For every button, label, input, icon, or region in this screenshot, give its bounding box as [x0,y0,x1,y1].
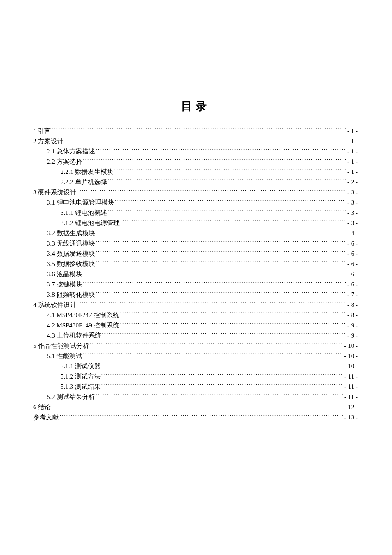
toc-entry-text: 3.5 数据接收模块 [47,259,95,269]
toc-leader-dots [108,178,346,184]
toc-entry-text: 3.1.1 锂电池概述 [61,208,107,218]
toc-entry: 4.3 上位机软件系统- 9 - [33,330,358,341]
toc-entry: 6 结论- 12 - [33,402,358,412]
toc-leader-dots [83,270,347,276]
toc-page-number: - 11 - [344,392,358,402]
toc-page-number: - 1 - [347,156,358,167]
toc-page-number: - 3 - [347,197,358,208]
toc-entry: 4 系统软件设计- 8 - [33,300,358,310]
toc-entry: 参考文献- 13 - [33,412,358,422]
toc-entry-text: 2.1 总体方案描述 [47,146,95,156]
toc-leader-dots [108,208,346,215]
toc-entry-text: 2.2 方案选择 [47,156,82,167]
toc-entry-text: 5.1.2 测试方法 [61,371,101,382]
toc-leader-dots [52,127,346,133]
toc-entry: 3.1.1 锂电池概述- 3 - [33,208,358,218]
toc-page-number: - 13 - [344,412,358,422]
toc-entry: 2.2.1 数据发生模块- 1 - [33,167,358,177]
toc-leader-dots [96,290,347,297]
toc-leader-dots [64,137,346,143]
toc-leader-dots [96,249,347,256]
toc-page-number: - 3 - [347,187,358,197]
toc-leader-dots [121,219,346,225]
toc-entry: 5.1.2 测试方法- 11 - [33,371,358,382]
toc-entry-text: 参考文献 [33,412,59,422]
toc-entry: 3 硬件系统设计- 3 - [33,187,358,197]
toc-leader-dots [96,393,344,399]
toc-leader-dots [96,239,347,246]
toc-entry-text: 3.6 液晶模块 [47,269,82,279]
toc-entry-text: 3.2 数据生成模块 [47,228,95,238]
toc-page-number: - 7 - [347,289,358,300]
toc-entry-text: 5 作品性能测试分析 [33,341,89,351]
toc-entry: 3.8 阻频转化模块- 7 - [33,289,358,300]
toc-leader-dots [83,280,347,286]
toc-page-number: - 1 - [347,126,358,136]
toc-entry-text: 3.4 数据发送模块 [47,249,95,259]
toc-leader-dots [114,168,346,174]
toc-entry-text: 5.1.3 测试结果 [61,382,101,392]
toc-entry: 5 作品性能测试分析- 10 - [33,341,358,351]
toc-entry-text: 5.2 测试结果分析 [47,392,95,402]
toc-leader-dots [77,188,346,194]
toc-entry-text: 3.7 按键模块 [47,279,82,289]
toc-page-number: - 6 - [347,269,358,279]
toc-entry-text: 3.1 锂电池电源管理模块 [47,197,114,208]
toc-page-number: - 10 - [344,341,358,351]
toc-leader-dots [96,260,347,266]
toc-leader-dots [60,413,343,419]
toc-entry: 3.2 数据生成模块- 4 - [33,228,358,238]
toc-title: 目录 [33,99,358,114]
toc-page-number: - 6 - [347,259,358,269]
toc-entry-text: 3.8 阻频转化模块 [47,289,95,300]
toc-entry: 3.1 锂电池电源管理模块- 3 - [33,197,358,208]
toc-leader-dots [120,321,346,327]
toc-page-number: - 11 - [344,371,358,382]
toc-leader-dots [90,341,343,348]
toc-leader-dots [102,331,347,338]
toc-entry: 4.1 MSP430F247 控制系统- 8 - [33,310,358,320]
toc-page-number: - 10 - [344,361,358,371]
toc-entry: 2.2.2 单片机选择- 2 - [33,177,358,187]
toc-leader-dots [83,157,347,164]
toc-entry-text: 2.2.1 数据发生模块 [61,167,113,177]
toc-entry-text: 5.1 性能测试 [47,351,82,361]
toc-entry: 2 方案设计- 1 - [33,136,358,146]
toc-page-number: - 8 - [347,300,358,310]
toc-list: 1 引言- 1 -2 方案设计- 1 -2.1 总体方案描述- 1 -2.2 方… [33,126,358,422]
toc-leader-dots [120,311,346,317]
toc-entry-text: 6 结论 [33,402,51,412]
toc-page-number: - 4 - [347,228,358,238]
toc-entry-text: 4.1 MSP430F247 控制系统 [47,310,119,320]
toc-page-number: - 3 - [347,208,358,218]
toc-entry: 5.1.3 测试结果- 11 - [33,382,358,392]
toc-page-number: - 9 - [347,330,358,341]
toc-entry-text: 3.3 无线通讯模块 [47,238,95,249]
toc-entry: 5.2 测试结果分析- 11 - [33,392,358,402]
toc-page-number: - 10 - [344,351,358,361]
toc-leader-dots [83,352,343,358]
toc-leader-dots [101,372,343,379]
toc-page-number: - 3 - [347,218,358,228]
toc-page-number: - 1 - [347,136,358,146]
toc-entry-text: 3.1.2 锂电池电源管理 [61,218,120,228]
toc-entry-text: 4.3 上位机软件系统 [47,330,101,341]
toc-leader-dots [115,198,347,205]
toc-entry-text: 3 硬件系统设计 [33,187,76,197]
toc-entry: 3.4 数据发送模块- 6 - [33,249,358,259]
toc-leader-dots [101,382,343,389]
toc-page-number: - 2 - [347,177,358,187]
toc-page-number: - 9 - [347,320,358,330]
toc-entry: 2.2 方案选择- 1 - [33,156,358,167]
toc-page-number: - 6 - [347,279,358,289]
toc-entry-text: 2.2.2 单片机选择 [61,177,107,187]
toc-entry-text: 4.2 MSP430F149 控制系统 [47,320,119,330]
toc-entry-text: 5.1.1 测试仪器 [61,361,101,371]
toc-page-number: - 12 - [344,402,358,412]
toc-entry-text: 1 引言 [33,126,51,136]
toc-leader-dots [101,362,343,368]
toc-leader-dots [96,147,347,153]
toc-entry: 1 引言- 1 - [33,126,358,136]
toc-entry: 3.7 按键模块- 6 - [33,279,358,289]
toc-entry: 3.5 数据接收模块- 6 - [33,259,358,269]
